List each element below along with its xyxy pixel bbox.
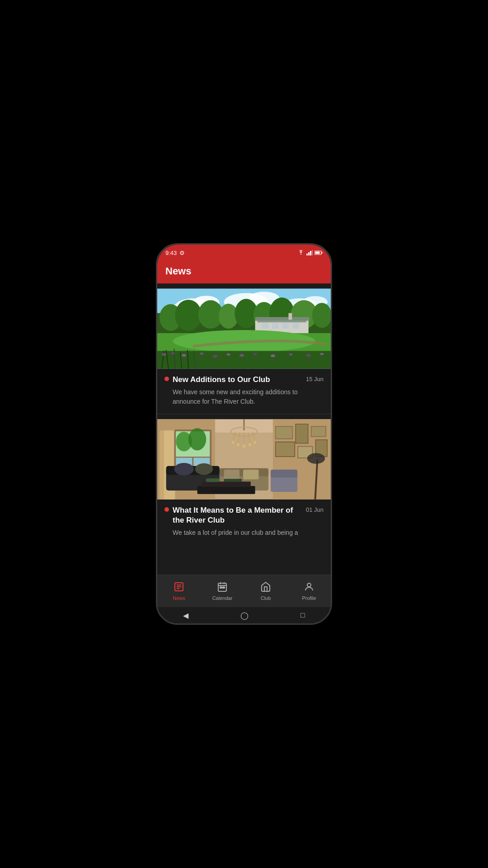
svg-rect-2 bbox=[310, 251, 311, 255]
svg-rect-28 bbox=[262, 323, 268, 329]
svg-rect-99 bbox=[224, 470, 239, 480]
svg-point-50 bbox=[271, 354, 275, 357]
svg-rect-106 bbox=[271, 470, 297, 478]
news-item-2[interactable]: What It Means to Be a Member of the Rive… bbox=[157, 419, 331, 543]
svg-point-43 bbox=[171, 352, 175, 354]
svg-point-53 bbox=[320, 353, 324, 355]
svg-rect-31 bbox=[292, 323, 299, 329]
page-title: News bbox=[165, 265, 191, 277]
svg-point-95 bbox=[174, 463, 193, 476]
red-dot-2 bbox=[164, 507, 169, 512]
club-nav-label: Club bbox=[261, 595, 271, 601]
svg-rect-84 bbox=[312, 427, 326, 436]
svg-point-46 bbox=[213, 355, 217, 358]
news-nav-icon bbox=[174, 581, 184, 594]
svg-rect-1 bbox=[308, 252, 310, 255]
phone-frame: 9:43 ⚙ bbox=[156, 243, 332, 625]
svg-rect-0 bbox=[306, 254, 308, 255]
svg-rect-3 bbox=[312, 250, 313, 255]
profile-nav-label: Profile bbox=[302, 595, 316, 601]
news-title-1: New Additions to Our Club bbox=[173, 375, 302, 385]
svg-rect-102 bbox=[202, 481, 250, 487]
recents-button[interactable]: □ bbox=[300, 611, 305, 619]
status-right bbox=[297, 250, 323, 255]
wifi-icon bbox=[297, 250, 305, 255]
svg-point-73 bbox=[243, 444, 245, 448]
news-body-2: What It Means to Be a Member of the Rive… bbox=[157, 500, 331, 543]
nav-item-club[interactable]: Club bbox=[244, 581, 287, 601]
svg-point-47 bbox=[227, 354, 230, 356]
svg-rect-82 bbox=[296, 425, 308, 443]
svg-point-92 bbox=[307, 453, 325, 464]
news-image-golf bbox=[157, 288, 331, 369]
svg-point-42 bbox=[162, 353, 166, 356]
nav-item-profile[interactable]: Profile bbox=[287, 581, 331, 601]
svg-point-96 bbox=[195, 463, 213, 475]
svg-point-52 bbox=[306, 354, 311, 357]
svg-point-17 bbox=[175, 300, 202, 331]
svg-point-44 bbox=[182, 354, 186, 357]
status-left: 9:43 ⚙ bbox=[165, 250, 185, 256]
news-date-1: 15 Jun bbox=[306, 376, 324, 382]
home-button[interactable]: ◯ bbox=[240, 611, 249, 620]
svg-rect-80 bbox=[276, 427, 292, 439]
news-item-1[interactable]: New Additions to Our Club 15 Jun We have… bbox=[157, 288, 331, 412]
svg-point-65 bbox=[188, 428, 206, 450]
svg-rect-101 bbox=[197, 486, 255, 494]
news-excerpt-2: We take a lot of pride in our club and b… bbox=[164, 528, 324, 538]
status-bar: 9:43 ⚙ bbox=[157, 245, 331, 261]
svg-rect-116 bbox=[223, 587, 225, 588]
svg-point-51 bbox=[289, 354, 292, 356]
bottom-nav: News Calendar bbox=[157, 575, 331, 607]
calendar-nav-label: Calendar bbox=[212, 595, 233, 601]
news-excerpt-1: We have some new and exciting additions … bbox=[164, 387, 324, 406]
svg-rect-35 bbox=[157, 351, 331, 368]
svg-rect-30 bbox=[282, 323, 289, 329]
profile-nav-icon bbox=[304, 581, 314, 594]
svg-rect-5 bbox=[315, 252, 320, 254]
news-title-2: What It Means to Be a Member of the Rive… bbox=[173, 505, 302, 525]
svg-rect-104 bbox=[224, 479, 242, 481]
svg-point-77 bbox=[254, 441, 257, 444]
svg-point-71 bbox=[237, 443, 239, 447]
svg-point-49 bbox=[253, 353, 257, 355]
club-nav-icon bbox=[260, 581, 271, 594]
news-body-1: New Additions to Our Club 15 Jun We have… bbox=[157, 369, 331, 412]
calendar-nav-icon bbox=[217, 581, 228, 594]
back-button[interactable]: ◀ bbox=[183, 611, 188, 620]
nav-item-news[interactable]: News bbox=[157, 581, 201, 601]
news-title-row-1: New Additions to Our Club 15 Jun bbox=[164, 375, 324, 385]
svg-point-69 bbox=[231, 441, 234, 444]
svg-rect-27 bbox=[255, 317, 310, 321]
status-time: 9:43 bbox=[165, 250, 177, 256]
svg-point-75 bbox=[249, 443, 251, 447]
news-title-row-2: What It Means to Be a Member of the Rive… bbox=[164, 505, 324, 525]
svg-rect-103 bbox=[206, 478, 220, 482]
news-nav-label: News bbox=[173, 595, 185, 601]
settings-icon: ⚙ bbox=[179, 250, 185, 256]
red-dot-1 bbox=[164, 377, 169, 381]
signal-icon bbox=[306, 250, 313, 255]
svg-rect-6 bbox=[322, 252, 323, 254]
svg-point-117 bbox=[307, 583, 311, 587]
svg-point-45 bbox=[200, 353, 204, 355]
battery-icon bbox=[314, 250, 323, 255]
news-date-2: 01 Jun bbox=[306, 506, 324, 513]
app-header: News bbox=[157, 261, 331, 283]
article-divider bbox=[157, 414, 331, 414]
content-area: New Additions to Our Club 15 Jun We have… bbox=[157, 283, 331, 575]
svg-rect-86 bbox=[276, 443, 294, 457]
system-nav-bar: ◀ ◯ □ bbox=[157, 607, 331, 623]
svg-rect-29 bbox=[272, 323, 279, 329]
svg-rect-115 bbox=[220, 587, 222, 588]
svg-rect-100 bbox=[243, 470, 258, 480]
svg-point-48 bbox=[239, 354, 244, 357]
svg-point-24 bbox=[312, 303, 331, 328]
phone-screen: 9:43 ⚙ bbox=[157, 245, 331, 623]
news-image-interior bbox=[157, 419, 331, 500]
svg-rect-32 bbox=[288, 313, 292, 320]
nav-item-calendar[interactable]: Calendar bbox=[201, 581, 244, 601]
